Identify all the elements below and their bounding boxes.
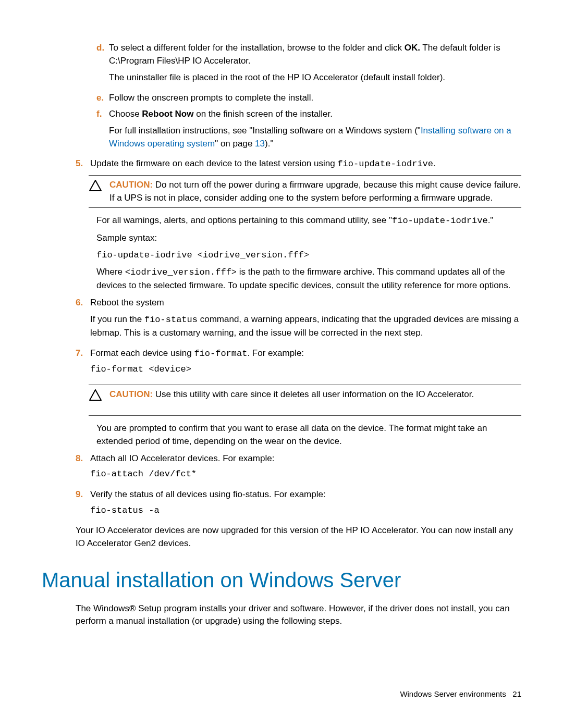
- step-marker-8: 8.: [76, 452, 90, 465]
- substep-marker-e: e.: [96, 92, 109, 105]
- step-5-body-l2: Sample syntax:: [96, 232, 521, 245]
- substep-f-l2-mid: " on page: [215, 139, 255, 149]
- substep-f-text: Choose Reboot Now on the finish screen o…: [109, 108, 521, 155]
- step-6-line: Reboot the system: [90, 298, 164, 307]
- substep-d: d. To select a different folder for the …: [96, 42, 521, 89]
- substep-f-bold: Reboot Now: [142, 109, 193, 119]
- caution-box-1: CAUTION: Do not turn off the power durin…: [89, 175, 521, 208]
- step-8: 8. Attach all IO Accelerator devices. Fo…: [76, 452, 521, 485]
- step-8-text: Attach all IO Accelerator devices. For e…: [90, 452, 521, 485]
- section-body: The Windows® Setup program installs your…: [76, 602, 521, 628]
- warning-triangle-icon: [89, 180, 102, 191]
- svg-marker-1: [90, 390, 101, 400]
- substep-f-post: on the finish screen of the installer.: [193, 109, 333, 119]
- caution-2-label: CAUTION:: [109, 389, 153, 399]
- substep-marker-f: f.: [96, 108, 109, 121]
- step-6-body: If you run the fio-status command, a war…: [90, 313, 521, 339]
- caution-2-text: CAUTION: Use this utility with care sinc…: [109, 388, 521, 401]
- step-marker-5: 5.: [76, 157, 90, 170]
- step-7-text: Format each device using fio-format. For…: [90, 347, 521, 380]
- s5b-l1-post: .": [488, 215, 494, 225]
- step-marker-9: 9.: [76, 488, 90, 501]
- caution-1: CAUTION: Do not turn off the power durin…: [89, 175, 521, 208]
- section-title: Manual installation on Windows Server: [42, 565, 521, 595]
- warning-triangle-icon: [89, 389, 102, 401]
- s6-body-pre: If you run the: [90, 314, 144, 324]
- step-5: 5. Update the firmware on each device to…: [76, 157, 521, 171]
- s6-body-code: fio-status: [144, 315, 198, 325]
- s9-line: Verify the status of all devices using f…: [90, 489, 326, 499]
- step-7: 7. Format each device using fio-format. …: [76, 347, 521, 380]
- step-5-body-l4: Where <iodrive_version.fff> is the path …: [96, 266, 521, 292]
- document-page: d. To select a different folder for the …: [0, 0, 563, 728]
- substep-f-l2-pre: For full installation instructions, see …: [109, 126, 421, 135]
- substep-f-pre: Choose: [109, 109, 142, 119]
- step-7-body: You are prompted to confirm that you wan…: [96, 422, 521, 448]
- step-5-post: .: [433, 158, 436, 168]
- step-5-code: fio-update-iodrive: [337, 159, 433, 169]
- step-6: 6. Reboot the system If you run the fio-…: [76, 297, 521, 344]
- step-8-code: fio-attach /dev/fct*: [90, 468, 521, 481]
- caution-2-rule: [89, 415, 521, 416]
- substep-f: f. Choose Reboot Now on the finish scree…: [96, 108, 521, 155]
- s5b-l4-code: <iodrive_version.fff>: [125, 267, 237, 277]
- s7-code: fio-format: [194, 349, 247, 359]
- page-footer: Windows Server environments 21: [400, 688, 521, 700]
- step-6-text: Reboot the system If you run the fio-sta…: [90, 297, 521, 344]
- step-9: 9. Verify the status of all devices usin…: [76, 488, 521, 521]
- step-5-pre: Update the firmware on each device to th…: [90, 158, 337, 168]
- substep-d-bold: OK.: [405, 43, 420, 53]
- substep-d-text-pre: To select a different folder for the ins…: [109, 43, 405, 53]
- caution-box-2: CAUTION: Use this utility with care sinc…: [89, 385, 521, 416]
- substep-f-l2-end: ).": [265, 139, 273, 149]
- substep-e-text: Follow the onscreen prompts to complete …: [109, 92, 521, 105]
- substep-marker-d: d.: [96, 42, 109, 55]
- s5b-l4-pre: Where: [96, 267, 125, 277]
- step-7-code-line: fio-format <device>: [90, 363, 521, 376]
- s8-line: Attach all IO Accelerator devices. For e…: [90, 453, 274, 463]
- step-marker-7: 7.: [76, 347, 90, 360]
- step-9-text: Verify the status of all devices using f…: [90, 488, 521, 521]
- caution-2: CAUTION: Use this utility with care sinc…: [89, 385, 521, 416]
- svg-marker-0: [90, 180, 101, 191]
- step-marker-6: 6.: [76, 297, 90, 310]
- step-5-body-l3: fio-update-iodrive <iodrive_version.fff>: [96, 249, 521, 262]
- s5b-l1-pre: For all warnings, alerts, and options pe…: [96, 215, 392, 225]
- substep-d-text: To select a different folder for the ins…: [109, 42, 521, 89]
- footer-text: Windows Server environments: [400, 689, 506, 698]
- closing-paragraph: Your IO Accelerator devices are now upgr…: [76, 524, 521, 550]
- substep-e: e. Follow the onscreen prompts to comple…: [96, 92, 521, 105]
- caution-2-body: Use this utility with care since it dele…: [153, 389, 474, 399]
- s7-pre: Format each device using: [90, 348, 194, 358]
- substep-f-line2: For full installation instructions, see …: [109, 125, 521, 150]
- s5b-l1-code: fio-update-iodrive: [392, 216, 488, 226]
- substep-d-line2: The uninstaller file is placed in the ro…: [109, 71, 521, 84]
- s7-post: . For example:: [247, 348, 304, 358]
- caution-1-label: CAUTION:: [109, 180, 153, 190]
- link-page-13[interactable]: 13: [255, 139, 265, 149]
- step-9-code: fio-status -a: [90, 504, 521, 517]
- caution-1-body: Do not turn off the power during a firmw…: [109, 180, 521, 203]
- step-5-body-l1: For all warnings, alerts, and options pe…: [96, 214, 521, 228]
- step-5-text: Update the firmware on each device to th…: [90, 157, 521, 171]
- caution-1-text: CAUTION: Do not turn off the power durin…: [109, 179, 521, 204]
- footer-page-number: 21: [512, 689, 521, 698]
